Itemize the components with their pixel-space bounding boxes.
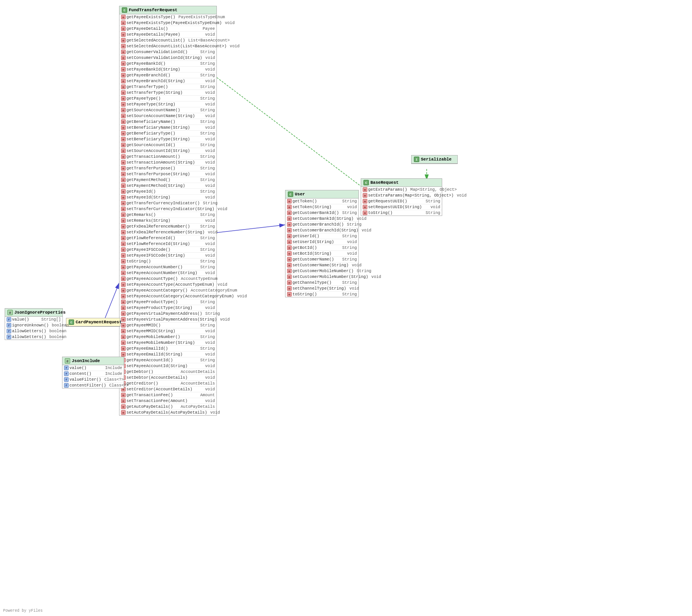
method-row: mgetPayeeBranchId()String <box>119 72 216 78</box>
method-row: mgetPayeeEmailId()String <box>119 346 216 352</box>
method-icon: m <box>287 211 292 215</box>
method-icon: m <box>121 259 126 264</box>
method-row: mgetAutoPayDetails()AutoPayDetails <box>119 404 216 410</box>
method-icon: m <box>121 207 126 211</box>
method-row: mgetPayeeBankId()String <box>119 61 216 67</box>
field-icon: f <box>7 317 11 322</box>
method-row: mgetPayeeIFSCCode()String <box>119 247 216 253</box>
class-icon: C <box>69 319 74 325</box>
method-row: fvalueFilter()Class<?> <box>62 377 124 383</box>
method-icon: m <box>121 102 126 107</box>
method-icon: m <box>121 85 126 89</box>
method-row: msetTransactionAmount(String)void <box>119 160 216 166</box>
method-row: msetChannelType(String)void <box>285 286 358 292</box>
method-icon: m <box>121 300 126 304</box>
json-ignore-properties-methods: fvalue()String[] fignoreUnknown()boolean… <box>5 317 62 340</box>
method-row: fcontent()Include <box>62 371 124 377</box>
method-row: mtoString()String <box>361 210 442 216</box>
method-row: mgetRemarks()String <box>119 212 216 218</box>
method-row: fvalue()Include <box>62 365 124 371</box>
method-icon: m <box>121 55 126 60</box>
method-row: msetCreditor(AccountDetails)void <box>119 387 216 392</box>
base-request-methods: mgetExtraParams()Map<String, Object> mse… <box>361 187 442 216</box>
method-row: msetPayeeBankId(String)void <box>119 67 216 72</box>
method-row: msetCustomerMobileNumber(String)void <box>285 274 358 280</box>
method-row: msetConsumerValidationId(String)void <box>119 55 216 61</box>
serializable-title: Serializable <box>421 157 452 162</box>
method-row: mgetTransactionAmount()String <box>119 154 216 160</box>
method-icon: m <box>287 205 292 209</box>
method-icon: m <box>121 143 126 147</box>
method-row: msetExtraParams(Map<String, Object>)void <box>361 193 442 198</box>
fund-transfer-request-box: C FundTransferRequest mgetPayeeExistsTyp… <box>119 6 217 416</box>
method-row: mgetPayeeMobileNumber()String <box>119 334 216 340</box>
method-icon: m <box>121 50 126 54</box>
method-row: mgetTransferCurrencyIndicator()String <box>119 200 216 206</box>
method-row: mgetExtraParams()Map<String, Object> <box>361 187 442 193</box>
method-row: msetFxDealReferenceNumber(String)void <box>119 229 216 235</box>
method-row: mgetPaymentMethod()String <box>119 177 216 183</box>
method-row: msetPayeeAccountType(AccountTypeEnum)voi… <box>119 282 216 288</box>
method-row: msetPayeeDetails(Payee)void <box>119 32 216 38</box>
method-row: mgetPayeeId()String <box>119 189 216 195</box>
method-icon: m <box>121 311 126 316</box>
method-row: mgetConsumerValidationId()String <box>119 49 216 55</box>
method-icon: m <box>121 305 126 310</box>
base-request-title: BaseRequest <box>370 180 399 185</box>
method-icon: m <box>363 193 367 198</box>
user-box: C User mgetToken()String msetToken(Strin… <box>285 190 359 297</box>
method-icon: m <box>121 393 126 397</box>
method-row: msetPayeeIFSCCode(String)void <box>119 253 216 259</box>
field-icon: f <box>64 377 69 382</box>
method-row: mgetChannelType()String <box>285 280 358 286</box>
method-row: mgetSelectedAccountList()List<BaseAccoun… <box>119 38 216 43</box>
method-row: mgetSourceAccountId()String <box>119 142 216 148</box>
method-row: mgetPayeeDetails()Payee <box>119 26 216 32</box>
method-row: mgetPayeeAccountId()String <box>119 357 216 363</box>
method-row: msetUserId(String)void <box>285 239 358 245</box>
method-icon: m <box>287 292 292 297</box>
method-icon: m <box>121 178 126 182</box>
method-row: msetDebtor(AccountDetails)void <box>119 375 216 381</box>
method-icon: m <box>121 38 126 43</box>
method-icon: m <box>121 340 126 345</box>
method-row: mtoString()String <box>285 292 358 297</box>
method-row: mgetPayeeExistsType()PayeeExistsTypeEnum <box>119 14 216 20</box>
method-icon: m <box>121 189 126 194</box>
method-row: mgetCustomerBranchId()String <box>285 222 358 228</box>
method-row: mgetTransferType()String <box>119 84 216 90</box>
method-icon: m <box>287 234 292 238</box>
json-include-title: JsonInclude <box>72 359 100 363</box>
method-row: msetPayeeMobileNumber(String)void <box>119 340 216 346</box>
field-icon: f <box>64 371 69 376</box>
method-row: msetCustomerBankId(String)void <box>285 216 358 222</box>
method-row: msetPayeeEmailId(String)void <box>119 352 216 357</box>
method-row: mgetTransferPurpose()String <box>119 166 216 171</box>
field-icon: f <box>64 383 69 388</box>
method-row: msetTransferPurpose(String)void <box>119 171 216 177</box>
card-payment-request-title: CardPaymentRequest <box>76 320 122 324</box>
method-row: mgetSourceAccountName()String <box>119 107 216 113</box>
class-icon: C <box>363 180 369 185</box>
method-row: msetSourceAccountName(String)void <box>119 113 216 119</box>
method-icon: m <box>121 148 126 153</box>
field-icon: f <box>7 335 11 339</box>
method-row: mgetBotId()String <box>285 245 358 251</box>
method-icon: m <box>121 15 126 19</box>
base-request-header: C BaseRequest <box>361 179 442 187</box>
method-icon: m <box>121 114 126 118</box>
field-icon: f <box>7 323 11 328</box>
method-row: msetPayeeAccountNumber(String)void <box>119 270 216 276</box>
method-icon: m <box>287 263 292 267</box>
method-icon: m <box>121 404 126 409</box>
method-row: msetBotId(String)void <box>285 251 358 257</box>
method-row: mgetPayeeType()String <box>119 96 216 102</box>
method-icon: m <box>363 187 367 192</box>
method-row: msetAutoPayDetails(AutoPayDetails)void <box>119 410 216 415</box>
method-icon: m <box>121 32 126 37</box>
json-include-box: @ JsonInclude fvalue()Include fcontent()… <box>62 357 124 388</box>
method-row: msetPayeeProductType(String)void <box>119 305 216 311</box>
method-row: msetPayeeAccountCategory(AccountCategory… <box>119 293 216 299</box>
method-icon: m <box>363 199 367 204</box>
method-icon: m <box>121 79 126 83</box>
